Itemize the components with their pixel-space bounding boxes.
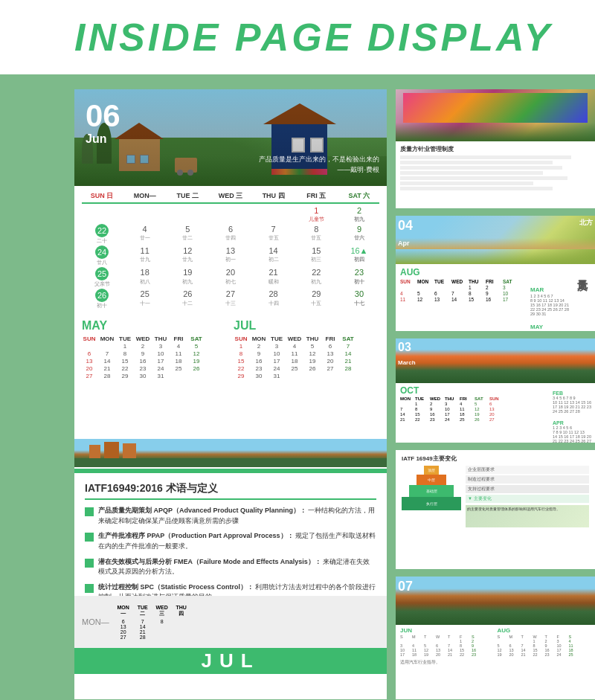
cal-day-17: 25父亲节 xyxy=(82,267,122,287)
weekday-fri: FRI 五 xyxy=(296,192,336,201)
may-grid: SUN MON TUE WED THU FRI SAT 1 2 3 xyxy=(82,335,228,379)
weekday-wed: WED 三 xyxy=(210,192,251,201)
may-thu: THU xyxy=(153,335,168,342)
thumb4-title: IATF 16949主要变化 xyxy=(402,455,589,463)
cal-day-28: 28十四 xyxy=(254,289,294,309)
cal-day-21: 21暖和 xyxy=(254,267,294,287)
thumb3-cal: OCT MON TUE WED THU FRI SAT SUN 1 2 xyxy=(396,383,595,424)
apr-mini: APR 1 2 3 4 5 6 7 8 9 10 11 12 13 14 15 … xyxy=(553,420,591,443)
jul-w4: 22 23 24 25 26 27 28 xyxy=(234,365,379,372)
cal-day-8: 8廿五 xyxy=(296,224,336,244)
cal-day-empty-4: 0 xyxy=(210,205,251,222)
cal-day-25: 25十一 xyxy=(125,289,165,309)
thumb2-right-text: 北方 xyxy=(579,218,593,228)
mar-mini: MAR 1 2 3 4 5 6 7 8 9 10 11 12 13 14 15 … xyxy=(530,286,569,316)
cal-day-2: 2初九 xyxy=(339,205,379,222)
thumb2-cal: AUG SUN MON TUE WED THU FRI SAT xyxy=(396,264,595,306)
weekday-sun: SUN 日 xyxy=(82,192,122,201)
jul-w5: 29 30 31 xyxy=(234,373,379,379)
cal-day-30: 30十七 xyxy=(339,289,379,309)
may-w2: 6 7 8 9 10 11 12 xyxy=(82,350,228,357)
iatf-bullet-3 xyxy=(85,559,94,568)
cal-day-26: 26十二 xyxy=(167,289,208,309)
thumb4-content: IATF 16949主要变化 顶层 中层 基础层 执行层 企业层面要求 制造过程… xyxy=(396,450,595,532)
jul-w2: 8 9 10 11 12 13 14 xyxy=(234,350,379,357)
thumb1-lines xyxy=(400,155,591,190)
jul-grid: SUN MON TUE WED THU FRI SAT 1 2 3 4 5 xyxy=(234,335,379,379)
mini-calendars-row: MAY SUN MON TUE WED THU FRI SAT 1 xyxy=(74,316,387,383)
calendar-header-row: SUN 日 MON— TUE 二 WED 三 THU 四 FRI 五 SAT 六 xyxy=(82,192,379,201)
cal-day-7: 7廿五 xyxy=(254,224,294,244)
diagram-description: 的主要变化对质量管理体系的影响和适用汽车行业指导。 xyxy=(466,505,589,527)
cal-day-3: 22二十 xyxy=(82,224,122,244)
cal-day-23: 23初十 xyxy=(339,267,379,287)
jul-title: JUL xyxy=(234,319,379,333)
thumb-quality-doc: 质量方针业管理制度 xyxy=(396,89,595,208)
thumb-jun-aug: 07 JUN SMTWTFS 12 xyxy=(396,577,595,699)
jul-bottom-bar: JUL xyxy=(74,648,387,674)
pyramid: 顶层 中层 基础层 执行层 xyxy=(402,466,461,527)
calendar-header-image: 06 Jun 产品质量是生产出来的，不是检验出来的 ——戴明·费根 xyxy=(74,89,387,186)
diagram-body: 顶层 中层 基础层 执行层 企业层面要求 制造过程要求 支持过程要求 ▼ 主要变… xyxy=(402,466,589,527)
cal-day-empty-2: 0 xyxy=(125,205,165,222)
feb-mini: FEB 3 4 5 6 7 8 9 10 11 12 13 14 15 16 1… xyxy=(553,391,591,414)
may-mini-calendar: MAY SUN MON TUE WED THU FRI SAT 1 xyxy=(82,319,228,380)
iatf-bullet-1 xyxy=(85,507,94,516)
may-mon: MON xyxy=(100,335,115,342)
cal-day-27: 27十三 xyxy=(210,289,251,309)
page-header: INSIDE PAGE DISPLAY xyxy=(0,0,595,74)
month-name: Jun xyxy=(86,132,106,146)
thumb5-bottom-text: 适用汽车行业指导。 xyxy=(400,659,591,665)
cal-day-empty-5: 0 xyxy=(254,205,294,222)
cal-day-22: 22初九 xyxy=(296,267,336,287)
right-panel: 质量方针业管理制度 04Apr 北方 xyxy=(396,89,595,699)
bottom-hdr: MON— TUE 二 WED 三 THU 四 xyxy=(115,605,379,617)
cal-day-1: 1儿童节 xyxy=(296,205,336,222)
iatf-bullet-2 xyxy=(85,533,94,542)
iatf-item-2: 生产件批准程序 PPAP（Production Part Approval Pr… xyxy=(85,531,376,550)
may-w1: 1 2 3 4 5 xyxy=(82,343,228,350)
scene-divider xyxy=(74,439,387,467)
iatf-title: IATF16949:2016 术语与定义 xyxy=(85,482,376,500)
calendar-grid: SUN 日 MON— TUE 二 WED 三 THU 四 FRI 五 SAT 六… xyxy=(74,186,387,316)
iatf-item-1: 产品质量先期策划 APQP（Advanced Product Quality P… xyxy=(85,506,376,525)
thumb2-month-num: 04Apr xyxy=(398,218,413,249)
may-tue: TUE xyxy=(118,335,132,342)
cal-day-13: 13初一 xyxy=(210,245,251,266)
may-fri: FRI xyxy=(171,335,186,342)
may-header: SUN MON TUE WED THU FRI SAT xyxy=(82,335,228,342)
may-sun: SUN xyxy=(82,335,97,342)
cal-week-4: 25父亲节 18初八 19初九 20初七 21暖和 22初九 23初十 xyxy=(82,267,379,287)
cal-day-12: 12廿九 xyxy=(167,245,208,266)
main-content-area: 06 Jun 产品质量是生产出来的，不是检验出来的 ——戴明·费根 SUN 日 … xyxy=(0,74,595,700)
cal-day-4: 4廿一 xyxy=(125,224,165,244)
jul-w1: 1 2 3 4 5 6 7 xyxy=(234,343,379,350)
may-w3: 13 14 15 16 17 18 19 xyxy=(82,358,228,365)
cal-day-14: 14初二 xyxy=(254,245,294,266)
weekday-thu: THU 四 xyxy=(254,192,294,201)
jul-mini-calendar: JUL SUN MON TUE WED THU FRI SAT 1 2 3 xyxy=(234,319,379,380)
cal-day-empty-1: 0 xyxy=(82,205,122,222)
thumb1-content: 质量方针业管理制度 xyxy=(396,141,595,194)
cal-day-20: 20初七 xyxy=(210,267,251,287)
thumb-oct-calendar: 03March OCT MON TUE WED THU FRI SAT SUN xyxy=(396,338,595,443)
thumb2-image: 04Apr 北方 xyxy=(396,216,595,264)
diagram-text: 企业层面要求 制造过程要求 支持过程要求 ▼ 主要变化 的主要变化对质量管理体系… xyxy=(466,466,589,527)
iatf-item-2-text: 生产件批准程序 PPAP（Production Part Approval Pr… xyxy=(98,531,376,550)
cal-day-5: 5廿二 xyxy=(167,224,208,244)
may-sat: SAT xyxy=(189,335,204,342)
may-w4: 20 21 22 23 24 25 26 xyxy=(82,365,228,372)
thumb1-title: 质量方针业管理制度 xyxy=(400,145,591,153)
weekday-mon: MON— xyxy=(125,192,165,201)
may-wed: WED xyxy=(135,335,150,342)
may-mini-rt: MAY 1 2 3 4 5 6 7 8 9 10 11 12 13 14 15 … xyxy=(530,324,569,331)
thumb5-cal: JUN SMTWTFS 12 3456789 xyxy=(396,625,595,667)
thumb1-image xyxy=(396,89,595,141)
iatf-item-3-text: 潜在失效模式与后果分析 FMEA（Failure Mode and Effect… xyxy=(98,557,376,577)
jul-header: SUN MON TUE WED THU FRI SAT xyxy=(234,335,379,342)
month-number: 06 xyxy=(86,100,120,132)
jul-bottom-text: JUL xyxy=(201,649,260,672)
weekday-tue: TUE 二 xyxy=(167,192,208,201)
aug-mini2: AUG SMTWTFS 1234 567891011 xyxy=(498,627,591,657)
iatf-bullet-4 xyxy=(85,584,94,593)
